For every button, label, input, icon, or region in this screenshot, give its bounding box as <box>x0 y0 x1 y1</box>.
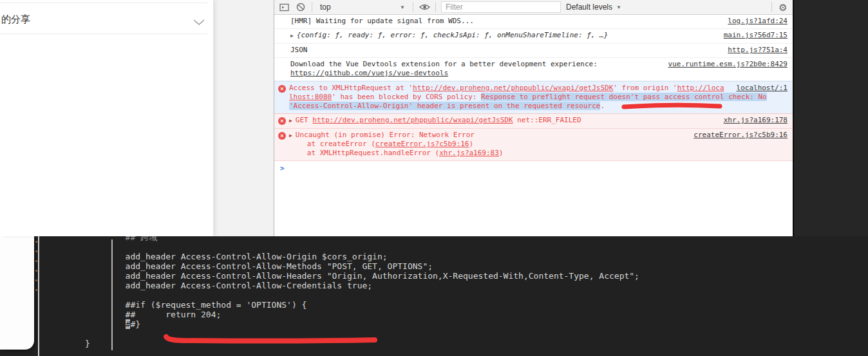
console-prompt[interactable]: > <box>274 161 793 176</box>
overlapping-window-corner <box>0 236 34 350</box>
levels-label: Default levels <box>566 3 612 12</box>
chevron-down-icon: ▼ <box>616 5 621 10</box>
request-url-link[interactable]: http://dev.proheng.net/phppublic/wxapi/g… <box>413 84 613 92</box>
error-text: GET <box>296 116 313 124</box>
console-toolbar: top ▼ Default levels ▼ ⚙ <box>274 0 793 15</box>
source-link[interactable]: http.js?751a:4 <box>728 46 788 55</box>
window-gap <box>213 0 274 236</box>
error-text: . <box>600 102 605 110</box>
error-icon: × <box>278 85 286 93</box>
stack-source-link[interactable]: createError.js?c5b9:16 <box>375 140 469 148</box>
error-text: Uncaught (in promise) Error: Network Err… <box>296 131 688 140</box>
toolbar-separator <box>771 2 772 12</box>
error-text: ' has been blocked by CORS policy: <box>332 93 481 101</box>
collapse-chevron-icon[interactable] <box>193 17 205 28</box>
console-error-row-get: ×▶ GET http://dev.proheng.net/phppublic/… <box>274 114 793 129</box>
editor-divider <box>111 239 113 350</box>
stack-frame-text: ) <box>499 149 504 157</box>
screen: ## 跨域 add_header Access-Control-Allow-Or… <box>0 0 868 356</box>
code-line: add_header Access-Control-Allow-Headers … <box>85 271 639 281</box>
source-link[interactable]: vue.runtime.esm.js?2b0e:8429 <box>668 60 788 69</box>
code-line: ## return 204; <box>85 310 639 319</box>
gear-icon: ⚙ <box>778 3 787 12</box>
error-text: net::ERR_FAILED <box>513 116 581 124</box>
eye-icon-button[interactable] <box>419 1 430 13</box>
log-levels-dropdown[interactable]: Default levels ▼ <box>566 3 621 12</box>
chevron-down-icon: ▼ <box>400 5 405 10</box>
context-label: top <box>320 3 331 12</box>
change-marker-dot <box>35 270 37 272</box>
selected-error-text: 'Access-Control-Allow-Origin' header is … <box>289 102 600 110</box>
code-line-rest: #} <box>130 319 140 329</box>
log-text: Download the Vue Devtools extension for … <box>290 60 663 69</box>
code-line: add_header Access-Control-Allow-Methods … <box>85 261 639 271</box>
console-log-row: Download the Vue Devtools extension for … <box>274 58 793 81</box>
divider <box>0 3 207 3</box>
stack-source-link[interactable]: xhr.js?a169:83 <box>439 149 499 157</box>
request-url-link[interactable]: http://dev.proheng.net/phppublic/wxapi/g… <box>312 116 513 124</box>
stack-frame-text: ) <box>469 140 474 148</box>
source-link[interactable]: createError.js?c5b9:16 <box>693 131 788 140</box>
divider <box>0 33 207 34</box>
code-line-blank <box>85 290 639 300</box>
error-text: Access to XMLHttpRequest at ' <box>289 84 413 92</box>
toolbar-separator <box>435 2 436 12</box>
error-text: ' from origin ' <box>613 84 677 92</box>
stack-frame-text: at XMLHttpRequest.handleError ( <box>307 149 439 157</box>
console-settings-button[interactable]: ⚙ <box>777 1 789 13</box>
code-line-blank <box>85 242 639 252</box>
code-indent <box>85 319 126 329</box>
app-side-panel: 的分享 <box>0 0 214 236</box>
selected-error-text: Response to preflight request doesn't pa… <box>481 93 767 101</box>
code-line: ##if ($request_method = 'OPTIONS') { <box>85 300 639 310</box>
console-error-row-cors: × Access to XMLHttpRequest at 'http://de… <box>274 81 793 114</box>
stack-frame-text: at createError ( <box>307 140 375 148</box>
log-text: [HMR] Waiting for update signal from WDS… <box>290 17 722 26</box>
toolbar-separator <box>413 2 413 12</box>
console-error-row-uncaught: ×▶ Uncaught (in promise) Error: Network … <box>274 129 793 161</box>
console-log-row: [HMR] Waiting for update signal from WDS… <box>274 15 793 29</box>
change-marker-dot <box>35 241 37 243</box>
object-preview[interactable]: {config: ƒ, ready: ƒ, error: ƒ, checkJsA… <box>297 31 608 39</box>
error-icon: × <box>278 132 286 140</box>
change-marker-dot <box>35 279 37 281</box>
code-line: add_header Access-Control-Allow-Credenti… <box>85 281 639 290</box>
expand-triangle-icon[interactable]: ▶ <box>289 117 292 126</box>
change-marker-dot <box>35 250 37 252</box>
code-line-closing-brace: } <box>85 339 639 348</box>
vue-devtools-link[interactable]: https://github.com/vuejs/vue-devtools <box>290 69 448 77</box>
log-text: JSON <box>290 46 722 55</box>
origin-url-link[interactable]: lhost:8080 <box>289 93 332 101</box>
console-object-row: ▶{config: ƒ, ready: ƒ, error: ƒ, checkJs… <box>274 29 793 44</box>
source-link[interactable]: localhost/:1 <box>737 84 788 93</box>
console-sidebar-toggle-button[interactable] <box>278 1 290 13</box>
origin-url-link[interactable]: http://loca <box>677 84 724 92</box>
console-log-row: JSON http.js?751a:4 <box>274 44 793 58</box>
change-marker-dot <box>35 289 37 291</box>
prompt-chevron-icon: > <box>280 164 285 173</box>
filter-input[interactable] <box>441 1 561 13</box>
clear-console-button[interactable] <box>295 1 307 13</box>
source-link[interactable]: main.js?56d7:15 <box>724 31 788 40</box>
code-line-with-cursor: ##} <box>85 319 639 329</box>
expand-triangle-icon[interactable]: ▶ <box>290 33 294 39</box>
code-line: add_header Access-Control-Allow-Origin $… <box>85 252 639 261</box>
change-marker-dot <box>35 260 37 262</box>
window-edge-dark <box>792 0 868 236</box>
source-link[interactable]: log.js?1afd:24 <box>728 17 788 26</box>
source-link[interactable]: xhr.js?a169:178 <box>724 116 788 125</box>
panel-section-title: 的分享 <box>1 14 30 26</box>
toolbar-separator <box>312 2 312 12</box>
execution-context-selector[interactable]: top ▼ <box>317 3 408 12</box>
console-messages: [HMR] Waiting for update signal from WDS… <box>274 15 793 176</box>
code-line-blank <box>85 329 639 339</box>
error-icon: × <box>278 117 286 125</box>
devtools-console-panel: top ▼ Default levels ▼ ⚙ [HMR] W <box>274 0 793 236</box>
editor-gutter-line <box>38 236 39 356</box>
expand-triangle-icon[interactable]: ▶ <box>289 131 292 140</box>
nginx-config-code: ## 跨域 add_header Access-Control-Allow-Or… <box>85 232 639 348</box>
